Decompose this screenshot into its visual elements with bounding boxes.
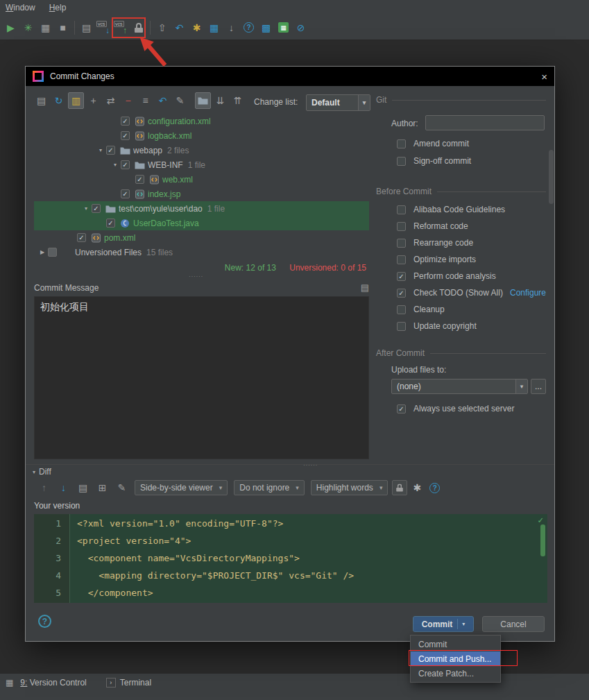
delete-icon[interactable]: −	[120, 92, 136, 109]
diff-editor[interactable]: 12345 <?xml version="1.0" encoding="UTF-…	[34, 514, 547, 603]
changelist-icon[interactable]: ≡	[137, 92, 153, 109]
option-checkbox[interactable]	[397, 239, 406, 248]
rollback-icon[interactable]: ↶	[155, 92, 171, 109]
close-icon[interactable]: ×	[541, 71, 547, 83]
tree-row[interactable]: ✓configuration.xml	[34, 114, 369, 128]
collapse-arrow-icon[interactable]: ▾	[95, 147, 106, 153]
menu-help[interactable]: Help	[49, 3, 67, 12]
cancel-button[interactable]: Cancel	[482, 616, 545, 632]
gear-icon[interactable]: ✱	[409, 480, 425, 495]
author-input[interactable]	[425, 115, 545, 130]
tree-row[interactable]: ✓logback.xml	[34, 128, 369, 143]
file-checkbox[interactable]: ✓	[121, 160, 130, 169]
file-name[interactable]: web.xml	[162, 175, 193, 185]
splitter-handle[interactable]: ∙∙∙∙∙∙	[189, 273, 203, 280]
expand-all-icon[interactable]: ⇊	[212, 92, 228, 109]
option-checkbox[interactable]	[397, 322, 406, 331]
chevron-down-icon[interactable]: ▾	[358, 95, 370, 110]
tree-row[interactable]: ✓pom.xml	[34, 230, 369, 245]
tree-row[interactable]: ✓CUserDaoTest.java	[34, 216, 369, 230]
version-control-tab[interactable]: 9: Version Control	[20, 678, 86, 688]
download-icon[interactable]: ↓	[223, 19, 239, 36]
tree-scrollbar[interactable]	[549, 150, 554, 204]
file-checkbox[interactable]: ✓	[135, 175, 144, 184]
whitespace-select[interactable]: Do not ignore ▾	[234, 480, 305, 495]
signoff-commit-row[interactable]: Sign-off commit	[397, 154, 471, 168]
move-to-changelist-icon[interactable]: ⇄	[103, 92, 119, 109]
file-name[interactable]: pom.xml	[104, 233, 135, 243]
commit-button[interactable]: Commit ▾	[413, 616, 474, 632]
paste-icon[interactable]: ▤	[78, 19, 94, 36]
browse-button[interactable]: ...	[531, 379, 546, 394]
commit-dropdown-icon[interactable]: ▾	[457, 619, 465, 629]
message-history-icon[interactable]: ▤	[361, 282, 369, 293]
terminal-tab[interactable]: › Terminal	[106, 678, 151, 688]
diff-splitter[interactable]	[26, 464, 554, 465]
file-name[interactable]: UserDaoTest.java	[133, 219, 199, 228]
help-button[interactable]: ?	[38, 615, 51, 628]
file-name[interactable]: Unversioned Files	[75, 248, 142, 257]
file-name[interactable]: logback.xml	[148, 131, 191, 141]
diff-section-header[interactable]: ▾ Diff	[33, 467, 51, 477]
tree-row[interactable]: ▶Unversioned Files15 files	[34, 245, 369, 259]
annotate-icon[interactable]: ✎	[114, 479, 130, 496]
highlight-select[interactable]: Highlight words ▾	[311, 480, 389, 495]
edit-icon[interactable]: ✎	[172, 92, 188, 109]
undo-icon[interactable]: ↶	[171, 19, 187, 36]
structure-icon[interactable]: ▦	[206, 19, 222, 36]
splitter-handle[interactable]: ∙∙∙∙∙∙	[303, 461, 318, 468]
apply-diff-icon[interactable]: ⊞	[94, 479, 110, 496]
coverage-icon[interactable]: ▦	[37, 19, 53, 36]
tree-row[interactable]: ▾✓webapp2 files	[34, 143, 369, 157]
file-name[interactable]: configuration.xml	[148, 117, 211, 126]
before-commit-option[interactable]: Rearrange code	[397, 234, 546, 251]
file-checkbox[interactable]: ✓	[121, 189, 130, 198]
block-icon[interactable]: ⊘	[293, 19, 309, 36]
collapse-triangle-icon[interactable]: ▾	[33, 469, 35, 475]
file-checkbox[interactable]: ✓	[106, 219, 115, 228]
file-name[interactable]: webapp	[133, 146, 162, 155]
option-checkbox[interactable]	[397, 205, 406, 214]
shelve-icon[interactable]: ⇧	[154, 19, 170, 36]
file-checkbox[interactable]: ✓	[77, 233, 86, 242]
chevron-down-icon[interactable]: ▾	[515, 379, 527, 393]
popup-item[interactable]: Create Patch...	[411, 666, 500, 681]
tree-row[interactable]: ▾✓test\com\yule\user\dao1 file	[34, 201, 369, 216]
before-commit-option[interactable]: ✓Check TODO (Show All)Configure	[397, 284, 546, 301]
option-checkbox[interactable]: ✓	[397, 272, 406, 281]
collapse-all-icon[interactable]: ⇈	[230, 92, 246, 109]
stop-icon[interactable]: ■	[55, 19, 71, 36]
file-checkbox[interactable]: ✓	[106, 146, 115, 155]
always-use-server-row[interactable]: ✓ Always use selected server	[397, 402, 514, 416]
file-checkbox[interactable]: ✓	[121, 117, 130, 126]
changelist-combo[interactable]: Default ▾	[306, 94, 370, 111]
configure-link[interactable]: Configure	[510, 288, 546, 298]
option-checkbox[interactable]	[397, 255, 406, 264]
file-name[interactable]: WEB-INF	[148, 160, 183, 170]
before-commit-option[interactable]: Alibaba Code Guidelines	[397, 201, 546, 218]
marketplace-icon[interactable]: ▦	[275, 19, 291, 36]
update-project-icon[interactable]: vcs↓	[96, 19, 112, 36]
file-checkbox[interactable]	[48, 248, 57, 257]
jump-to-source-icon[interactable]: ▤	[75, 479, 91, 496]
popup-item[interactable]: Commit	[411, 637, 500, 651]
tree-row[interactable]: ✓web.xml	[34, 172, 369, 187]
editor-scrollbar[interactable]	[540, 524, 545, 556]
before-commit-option[interactable]: Reformat code	[397, 218, 546, 234]
show-diff-icon[interactable]: ▥	[68, 92, 84, 109]
diff-help-icon[interactable]: ?	[429, 483, 440, 493]
file-checkbox[interactable]: ✓	[92, 204, 101, 213]
before-commit-option[interactable]: ✓Perform code analysis	[397, 268, 546, 284]
before-commit-option[interactable]: Cleanup	[397, 301, 546, 318]
collapse-arrow-icon[interactable]: ▾	[110, 162, 121, 168]
next-diff-icon[interactable]: ↓	[56, 479, 71, 496]
add-icon[interactable]: +	[85, 92, 101, 109]
file-checkbox[interactable]: ✓	[121, 131, 130, 140]
prev-diff-icon[interactable]: ↑	[36, 479, 52, 496]
refresh-icon[interactable]: ↻	[51, 92, 67, 109]
before-commit-option[interactable]: Optimize imports	[397, 251, 546, 268]
tool-windows-icon[interactable]: ▦	[6, 678, 13, 688]
option-checkbox[interactable]	[397, 305, 406, 314]
collapse-arrow-icon[interactable]: ▾	[80, 205, 92, 212]
dialog-title-bar[interactable]: Commit Changes ×	[26, 67, 554, 86]
